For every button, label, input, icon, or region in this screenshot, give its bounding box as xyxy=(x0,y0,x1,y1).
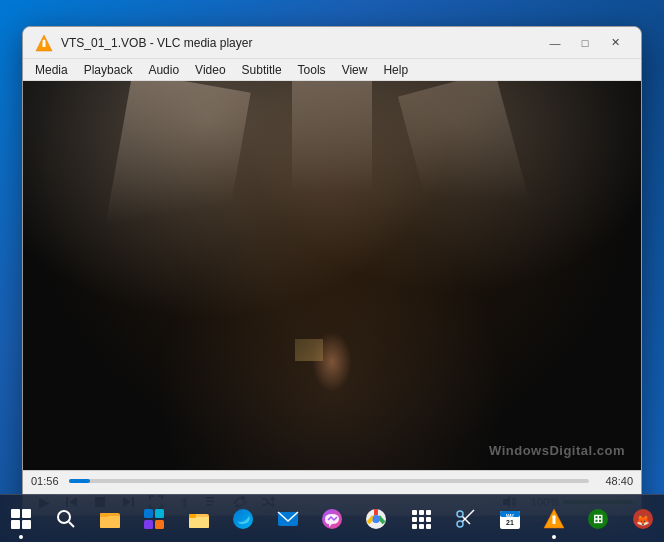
menu-video[interactable]: Video xyxy=(187,61,233,79)
taskbar-folder[interactable] xyxy=(178,497,220,541)
taskbar-snip[interactable] xyxy=(444,497,486,541)
svg-rect-32 xyxy=(426,510,431,515)
windows-logo-icon xyxy=(11,509,31,529)
video-area[interactable]: WindowsDigital.com xyxy=(23,81,641,470)
vlc-window: VTS_01_1.VOB - VLC media player — □ ✕ Me… xyxy=(22,26,642,516)
taskbar: MAY21 ⊞ 🦊 xyxy=(0,494,664,542)
watermark: WindowsDigital.com xyxy=(489,443,625,458)
svg-text:🦊: 🦊 xyxy=(636,512,650,526)
svg-rect-17 xyxy=(144,509,153,518)
svg-rect-37 xyxy=(419,524,424,529)
concert-blur-overlay xyxy=(23,81,641,470)
svg-rect-35 xyxy=(426,517,431,522)
svg-rect-23 xyxy=(189,514,196,518)
taskbar-xbox[interactable]: ⊞ xyxy=(577,497,619,541)
menu-audio[interactable]: Audio xyxy=(140,61,187,79)
svg-rect-48 xyxy=(553,518,556,524)
svg-rect-31 xyxy=(419,510,424,515)
taskbar-vlc[interactable] xyxy=(533,497,575,541)
maximize-button[interactable]: □ xyxy=(571,32,599,54)
taskbar-apps-grid[interactable] xyxy=(400,497,442,541)
taskbar-windows-start[interactable] xyxy=(0,497,42,541)
taskbar-mail[interactable] xyxy=(266,497,308,541)
title-bar: VTS_01_1.VOB - VLC media player — □ ✕ xyxy=(23,27,641,59)
svg-rect-15 xyxy=(100,516,120,528)
vlc-title-icon xyxy=(35,34,53,52)
svg-rect-33 xyxy=(412,517,417,522)
svg-point-49 xyxy=(552,515,556,519)
menu-media[interactable]: Media xyxy=(27,61,76,79)
menu-view[interactable]: View xyxy=(334,61,376,79)
svg-rect-20 xyxy=(155,520,164,529)
svg-rect-16 xyxy=(100,513,108,517)
menu-tools[interactable]: Tools xyxy=(290,61,334,79)
video-content: WindowsDigital.com xyxy=(23,81,641,470)
svg-line-42 xyxy=(463,510,475,522)
svg-rect-18 xyxy=(155,509,164,518)
window-title: VTS_01_1.VOB - VLC media player xyxy=(61,36,541,50)
taskbar-other[interactable]: 🦊 xyxy=(622,497,664,541)
svg-text:⊞: ⊞ xyxy=(593,512,603,526)
svg-point-2 xyxy=(43,39,46,42)
svg-point-29 xyxy=(373,515,380,522)
svg-point-39 xyxy=(457,511,463,517)
svg-rect-1 xyxy=(43,42,46,47)
svg-rect-34 xyxy=(419,517,424,522)
taskbar-calendar[interactable]: MAY21 xyxy=(488,497,530,541)
svg-text:21: 21 xyxy=(506,519,514,526)
menu-help[interactable]: Help xyxy=(375,61,416,79)
svg-rect-30 xyxy=(412,510,417,515)
taskbar-chrome[interactable] xyxy=(355,497,397,541)
menu-subtitle[interactable]: Subtitle xyxy=(234,61,290,79)
close-button[interactable]: ✕ xyxy=(601,32,629,54)
svg-text:MAY: MAY xyxy=(505,513,514,518)
small-thumbnail xyxy=(295,339,323,361)
window-controls: — □ ✕ xyxy=(541,32,629,54)
svg-rect-36 xyxy=(412,524,417,529)
svg-point-40 xyxy=(457,521,463,527)
taskbar-search[interactable] xyxy=(44,497,86,541)
svg-point-24 xyxy=(233,509,253,529)
taskbar-store[interactable] xyxy=(133,497,175,541)
svg-line-13 xyxy=(69,522,74,527)
menu-bar: Media Playback Audio Video Subtitle Tool… xyxy=(23,59,641,81)
taskbar-file-explorer[interactable] xyxy=(89,497,131,541)
minimize-button[interactable]: — xyxy=(541,32,569,54)
menu-playback[interactable]: Playback xyxy=(76,61,141,79)
svg-rect-38 xyxy=(426,524,431,529)
current-time: 01:56 xyxy=(31,475,63,487)
progress-fill xyxy=(69,479,90,483)
svg-point-12 xyxy=(58,511,70,523)
total-time: 48:40 xyxy=(595,475,633,487)
svg-rect-22 xyxy=(189,517,209,528)
progress-row: 01:56 48:40 xyxy=(31,475,633,487)
svg-rect-19 xyxy=(144,520,153,529)
taskbar-edge[interactable] xyxy=(222,497,264,541)
progress-bar[interactable] xyxy=(69,479,589,483)
taskbar-messenger[interactable] xyxy=(311,497,353,541)
